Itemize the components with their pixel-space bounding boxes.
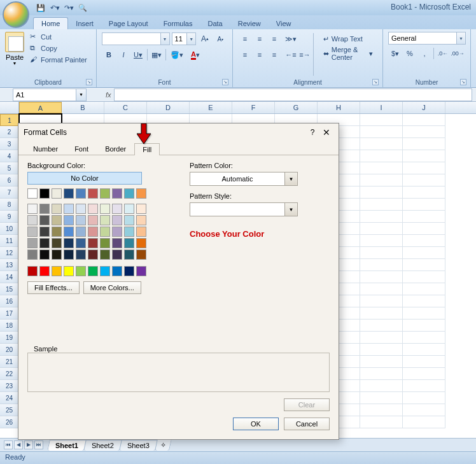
color-swatch[interactable] — [27, 238, 38, 248]
redo-icon[interactable]: ↷▾ — [64, 3, 74, 13]
dialog-tab-border[interactable]: Border — [97, 143, 134, 155]
color-swatch[interactable] — [27, 266, 38, 276]
cell[interactable] — [360, 368, 403, 380]
undo-icon[interactable]: ↶▾ — [50, 3, 60, 13]
align-middle[interactable]: ≡ — [253, 32, 267, 46]
color-swatch[interactable] — [76, 204, 86, 214]
color-swatch[interactable] — [88, 266, 98, 276]
color-swatch[interactable] — [39, 204, 50, 214]
cell[interactable] — [360, 392, 403, 404]
row-header-16[interactable]: 16 — [0, 295, 19, 307]
tab-data[interactable]: Data — [200, 18, 230, 29]
align-bottom[interactable]: ≡ — [267, 32, 281, 46]
increase-decimal[interactable]: .0← — [436, 46, 450, 60]
orientation-button[interactable]: ≫▾ — [284, 32, 298, 46]
color-swatch[interactable] — [100, 227, 110, 237]
color-swatch[interactable] — [27, 215, 38, 225]
color-swatch[interactable] — [27, 188, 38, 199]
cell[interactable] — [403, 150, 445, 162]
cell[interactable] — [403, 211, 445, 223]
color-swatch[interactable] — [52, 227, 62, 237]
pattern-style-select[interactable]: ▼ — [190, 202, 298, 216]
color-swatch[interactable] — [64, 227, 74, 237]
cell[interactable] — [403, 162, 445, 174]
number-format-combo[interactable]: General▼ — [388, 32, 466, 45]
row-header-22[interactable]: 22 — [0, 368, 19, 380]
color-swatch[interactable] — [88, 204, 98, 214]
wrap-text-button[interactable]: ↵Wrap Text — [319, 32, 377, 46]
dialog-close-button[interactable]: ✕ — [319, 125, 333, 139]
shrink-font-button[interactable]: A▾ — [214, 32, 227, 46]
color-swatch[interactable] — [88, 250, 98, 260]
align-center[interactable]: ≡ — [253, 48, 267, 62]
align-left[interactable]: ≡ — [238, 48, 252, 62]
pattern-color-select[interactable]: Automatic▼ — [190, 172, 298, 186]
color-swatch[interactable] — [52, 250, 62, 260]
dialog-tab-font[interactable]: Font — [66, 143, 97, 155]
color-swatch[interactable] — [112, 227, 122, 237]
sheet-nav-next[interactable]: ▶ — [24, 440, 33, 449]
color-swatch[interactable] — [39, 227, 50, 237]
row-header-19[interactable]: 19 — [0, 332, 19, 344]
cell[interactable] — [360, 259, 403, 271]
color-swatch[interactable] — [52, 204, 62, 214]
cell[interactable] — [360, 356, 403, 368]
sheet-tab-3[interactable]: Sheet3 — [119, 440, 157, 451]
color-swatch[interactable] — [136, 188, 146, 199]
color-swatch[interactable] — [100, 188, 110, 199]
cell[interactable] — [403, 223, 445, 235]
cell[interactable] — [360, 126, 403, 138]
fx-icon[interactable]: fx — [106, 91, 111, 99]
cell[interactable] — [360, 150, 403, 162]
row-header-10[interactable]: 10 — [0, 223, 19, 235]
cell[interactable] — [360, 320, 403, 332]
font-launcher[interactable]: ↘ — [222, 79, 228, 85]
row-header-11[interactable]: 11 — [0, 235, 19, 247]
cell[interactable] — [360, 162, 403, 174]
cell[interactable] — [403, 332, 445, 344]
cell[interactable] — [360, 186, 403, 199]
column-header-I[interactable]: I — [360, 102, 403, 113]
color-swatch[interactable] — [112, 215, 122, 225]
color-swatch[interactable] — [88, 227, 98, 237]
row-header-26[interactable]: 26 — [0, 416, 19, 428]
cancel-button[interactable]: Cancel — [284, 418, 330, 430]
cut-button[interactable]: ✂Cut — [28, 32, 89, 42]
color-swatch[interactable] — [136, 250, 146, 260]
color-swatch[interactable] — [100, 204, 110, 214]
color-swatch[interactable] — [112, 204, 122, 214]
cell[interactable] — [360, 283, 403, 295]
color-swatch[interactable] — [64, 238, 74, 248]
cell[interactable] — [403, 320, 445, 332]
decrease-decimal[interactable]: .00→ — [451, 46, 465, 60]
dialog-help-button[interactable]: ? — [305, 125, 319, 139]
color-swatch[interactable] — [64, 215, 74, 225]
row-header-12[interactable]: 12 — [0, 247, 19, 259]
column-header-E[interactable]: E — [190, 102, 232, 113]
color-swatch[interactable] — [27, 250, 38, 260]
cell[interactable] — [360, 344, 403, 356]
color-swatch[interactable] — [52, 188, 62, 199]
align-right[interactable]: ≡ — [267, 48, 281, 62]
cell[interactable] — [360, 247, 403, 259]
cell[interactable] — [403, 247, 445, 259]
row-header-3[interactable]: 3 — [0, 138, 19, 150]
fill-effects-button[interactable]: Fill Effects... — [27, 281, 80, 294]
comma-button[interactable]: , — [417, 46, 431, 60]
column-header-H[interactable]: H — [318, 102, 360, 113]
row-header-25[interactable]: 25 — [0, 404, 19, 416]
color-swatch[interactable] — [88, 238, 98, 248]
select-all-corner[interactable] — [0, 102, 19, 113]
font-name-combo[interactable]: ▼ — [102, 32, 170, 45]
home-quick-icon[interactable]: 🔍 — [78, 3, 88, 13]
cell[interactable] — [403, 186, 445, 199]
color-swatch[interactable] — [27, 204, 38, 214]
color-swatch[interactable] — [136, 215, 146, 225]
cell[interactable] — [403, 126, 445, 138]
row-header-14[interactable]: 14 — [0, 271, 19, 283]
save-icon[interactable]: 💾 — [36, 3, 46, 13]
decrease-indent[interactable]: ←≡ — [284, 48, 298, 62]
paste-button[interactable]: Paste — [6, 53, 24, 61]
tab-insert[interactable]: Insert — [68, 18, 101, 29]
color-swatch[interactable] — [100, 215, 110, 225]
